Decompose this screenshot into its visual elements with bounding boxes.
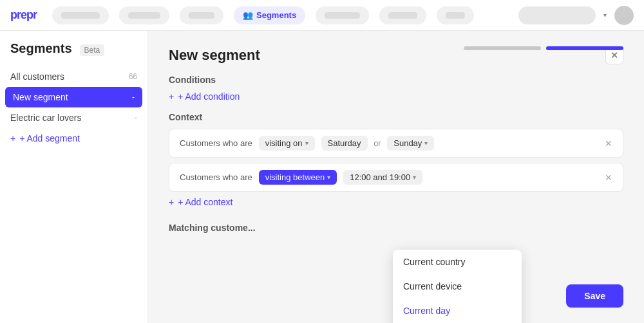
nav-dropdown-arrow[interactable]: ▾ (603, 12, 607, 19)
progress-bar-1 (464, 46, 541, 50)
nav-pill-2[interactable] (119, 6, 169, 24)
top-nav: prepr 👥 Segments ▾ (0, 0, 644, 31)
page-layout: Segments Beta All customers 66 New segme… (0, 31, 644, 323)
add-segment-button[interactable]: + + Add segment (0, 128, 147, 149)
sidebar-item-electric-car-lovers[interactable]: Electric car lovers - (0, 107, 147, 128)
segments-icon: 👥 (243, 10, 253, 20)
nav-pill-6[interactable] (379, 6, 426, 24)
nav-avatar[interactable] (614, 6, 634, 25)
visiting-between-chip[interactable]: visiting between ▾ (259, 170, 337, 185)
sidebar: Segments Beta All customers 66 New segme… (0, 31, 148, 323)
visiting-on-text: visiting on (265, 138, 303, 148)
context-row-2-prefix: Customers who are (180, 172, 252, 182)
dropdown-item-current-day[interactable]: Current day (393, 299, 522, 323)
context-row-1: Customers who are visiting on ▾ Saturday… (169, 129, 623, 158)
dropdown-item-current-country[interactable]: Current country (393, 250, 522, 274)
saturday-chip[interactable]: Saturday (321, 136, 368, 151)
nav-pill-3[interactable] (180, 6, 223, 24)
new-segment-label: New segment (13, 92, 68, 102)
add-segment-icon: + (10, 133, 15, 143)
beta-badge: Beta (80, 44, 105, 56)
add-condition-plus-icon: + (169, 91, 174, 102)
visiting-on-chip[interactable]: visiting on ▾ (259, 136, 315, 151)
context-row-2: Customers who are visiting between ▾ 12:… (169, 163, 623, 192)
context-row-1-prefix: Customers who are (180, 138, 252, 148)
sunday-arrow: ▾ (424, 140, 428, 147)
nav-right-bar (518, 6, 596, 24)
time-range-arrow: ▾ (413, 174, 416, 181)
time-range-chip[interactable]: 12:00 and 19:00 ▾ (343, 170, 422, 185)
sidebar-header: Segments Beta (0, 41, 147, 66)
sidebar-item-all-customers[interactable]: All customers 66 (0, 66, 147, 87)
add-segment-label: + Add segment (19, 133, 80, 143)
nav-segments[interactable]: 👥 Segments (234, 6, 305, 24)
app-logo: prepr (10, 8, 37, 22)
dropdown-menu: Current country Current device Current d… (393, 250, 522, 323)
electric-car-dash: - (135, 113, 137, 122)
context-or-text: or (374, 139, 381, 148)
visiting-between-text: visiting between (265, 172, 325, 182)
new-segment-dash: - (132, 93, 135, 102)
matching-section: Matching custome... (169, 223, 623, 233)
context-row-1-remove[interactable]: ✕ (605, 138, 612, 149)
context-row-2-remove[interactable]: ✕ (605, 172, 612, 183)
matching-label: Matching custome... (169, 223, 256, 233)
time-range-text: 12:00 and 19:00 (350, 172, 410, 182)
progress-bars (464, 46, 623, 50)
visiting-between-arrow: ▾ (327, 174, 330, 181)
add-condition-button[interactable]: + + Add condition (169, 91, 623, 102)
nav-pill-5[interactable] (316, 6, 369, 24)
nav-segments-label: Segments (256, 10, 296, 20)
nav-pill-7[interactable] (437, 6, 474, 24)
add-condition-label: + Add condition (178, 91, 240, 102)
sunday-chip[interactable]: Sunday ▾ (387, 136, 434, 151)
electric-car-label: Electric car lovers (10, 113, 81, 123)
saturday-text: Saturday (328, 138, 361, 148)
save-button[interactable]: Save (566, 284, 623, 308)
main-content: New segment ✕ Conditions + + Add conditi… (148, 31, 644, 323)
sunday-text: Sunday (393, 138, 422, 148)
all-customers-label: All customers (10, 71, 64, 82)
progress-bar-2 (546, 46, 623, 50)
add-context-button[interactable]: + + Add context (169, 197, 623, 207)
nav-pill-1[interactable] (52, 6, 109, 24)
all-customers-count: 66 (129, 72, 137, 81)
segment-title: New segment (169, 47, 260, 64)
conditions-label: Conditions (169, 75, 623, 85)
add-context-label: + Add context (178, 197, 232, 207)
context-label: Context (169, 112, 623, 122)
sidebar-title: Segments (10, 41, 72, 56)
dropdown-item-current-device[interactable]: Current device (393, 274, 522, 299)
nav-right: ▾ (518, 6, 634, 25)
add-context-plus-icon: + (169, 197, 174, 207)
visiting-on-arrow: ▾ (305, 140, 308, 147)
sidebar-item-new-segment[interactable]: New segment - (5, 87, 142, 107)
